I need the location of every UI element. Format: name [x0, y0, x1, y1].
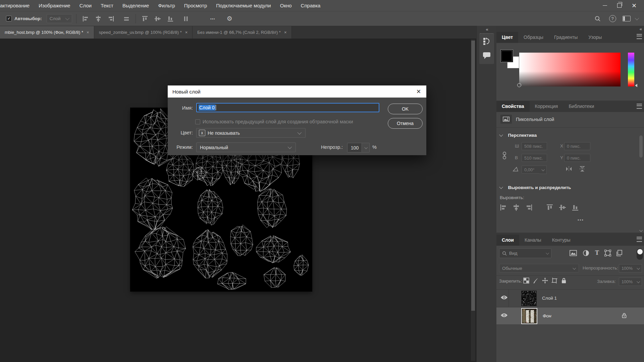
auto-select-target-dropdown[interactable]: Слой	[47, 14, 72, 23]
history-panel-icon[interactable]	[479, 34, 494, 49]
close-icon[interactable]: ✕	[632, 3, 637, 9]
align-section-header[interactable]: Выровнять и распределить	[500, 184, 571, 190]
menu-item-view[interactable]: Просмотр	[184, 3, 207, 8]
align-vertical-centers-icon[interactable]	[153, 14, 163, 24]
scroll-down-icon[interactable]	[639, 229, 643, 232]
filter-shape-layers-icon[interactable]	[604, 250, 611, 258]
layers-opacity-stepper[interactable]	[635, 264, 642, 273]
tab-gradients[interactable]: Градиенты	[549, 32, 583, 43]
scrollbar-thumb[interactable]	[471, 41, 475, 311]
layer-row-2-selected[interactable]: Фон	[496, 307, 644, 324]
align-left-edges-icon[interactable]	[80, 14, 91, 24]
link-dimensions-icon[interactable]	[502, 152, 507, 161]
color-picker-ring[interactable]	[517, 83, 521, 87]
filter-toggle[interactable]	[637, 248, 643, 260]
menu-item-image[interactable]: Изображение	[39, 3, 70, 8]
document-tab-2[interactable]: speed_zombie_uv.bmp @ 100% (RGB/8) * ×	[94, 26, 193, 39]
layer-row-1[interactable]: Слой 1	[496, 290, 644, 307]
flip-horizontal-icon[interactable]	[565, 166, 573, 174]
gear-icon[interactable]: ⚙	[224, 14, 234, 24]
height-field[interactable]: 510 пикс.	[522, 154, 547, 162]
document-tab-3[interactable]: Без имени-1 @ 66,7% (Слой 2, RGB/8#) * ×	[193, 26, 291, 39]
x-field[interactable]: 0 пикс.	[564, 142, 590, 150]
hue-bar[interactable]	[628, 53, 634, 86]
minimize-icon[interactable]	[603, 5, 607, 6]
layer-name-input[interactable]: Слой 0	[196, 103, 379, 112]
dialog-close-icon[interactable]: ✕	[415, 88, 422, 95]
tab-paths[interactable]: Контуры	[547, 235, 576, 246]
align-horizontal-centers-icon[interactable]	[513, 204, 520, 213]
close-tab-icon[interactable]: ×	[185, 30, 188, 35]
flip-vertical-icon[interactable]	[579, 166, 586, 174]
ok-button[interactable]: OK	[388, 104, 423, 114]
layer-thumbnail[interactable]	[521, 291, 537, 306]
layers-opacity-value[interactable]: 100%	[619, 264, 635, 273]
width-field[interactable]: 508 пикс.	[522, 142, 547, 150]
layer-thumbnail[interactable]	[521, 308, 537, 324]
filter-smart-objects-icon[interactable]	[616, 250, 623, 258]
fill-stepper[interactable]	[635, 278, 642, 286]
auto-select-checkbox[interactable]: ✓	[6, 16, 12, 21]
panel-menu-icon[interactable]	[637, 237, 642, 242]
document-tab-1[interactable]: mbie_host.bmp @ 100% (Фон, RGB/8) * ×	[0, 26, 94, 39]
lock-transparency-icon[interactable]	[523, 278, 529, 285]
lock-position-icon[interactable]	[542, 278, 548, 285]
align-right-edges-icon[interactable]	[525, 204, 533, 213]
align-horizontal-centers-icon[interactable]	[93, 14, 103, 24]
more-options-icon[interactable]: •••	[578, 218, 584, 223]
close-tab-icon[interactable]: ×	[87, 30, 89, 35]
align-bottom-edges-icon[interactable]	[165, 14, 175, 24]
menu-item-filter[interactable]: Фильтр	[158, 3, 175, 8]
panel-menu-icon[interactable]	[637, 34, 642, 39]
opacity-input[interactable]: 100	[347, 143, 362, 153]
cancel-button[interactable]: Отмена	[388, 118, 423, 129]
filter-pixel-layers-icon[interactable]	[570, 250, 577, 257]
angle-dropdown[interactable]	[539, 166, 547, 174]
tab-patterns[interactable]: Узоры	[583, 32, 607, 43]
distribute-horizontal-icon[interactable]	[121, 14, 131, 24]
visibility-eye-icon[interactable]	[500, 295, 508, 301]
panel-menu-icon[interactable]	[637, 104, 642, 109]
tab-libraries[interactable]: Библиотеки	[563, 101, 599, 112]
tab-layers[interactable]: Слои	[496, 235, 519, 246]
layer-filter-search[interactable]: Вид	[499, 248, 551, 258]
dialog-title-bar[interactable]: Новый слой	[168, 85, 426, 98]
restore-icon[interactable]	[617, 3, 622, 8]
angle-field[interactable]: 0,00°	[522, 166, 542, 174]
chevron-down-icon[interactable]	[635, 16, 639, 20]
menu-item-edit[interactable]: актирование	[0, 3, 30, 8]
filter-adjustment-layers-icon[interactable]	[583, 250, 589, 258]
search-icon[interactable]	[593, 14, 603, 24]
color-gradient-box[interactable]	[519, 53, 621, 86]
layer-color-dropdown[interactable]: X Не показывать	[196, 128, 306, 138]
close-tab-icon[interactable]: ×	[284, 30, 287, 35]
tab-swatches[interactable]: Образцы	[518, 32, 549, 43]
layer-name[interactable]: Фон	[543, 313, 551, 318]
help-icon[interactable]: ?	[607, 14, 618, 24]
tab-adjustments[interactable]: Коррекция	[530, 101, 564, 112]
lock-artboard-icon[interactable]	[551, 278, 557, 285]
canvas-vertical-scrollbar[interactable]	[471, 39, 475, 361]
comment-panel-icon[interactable]	[479, 49, 494, 63]
menu-item-layers[interactable]: Слои	[79, 3, 92, 8]
collapse-dock-button[interactable]: «	[477, 26, 497, 33]
more-options-icon[interactable]: •••	[210, 17, 215, 21]
blend-mode-dropdown[interactable]: Нормальный	[196, 142, 296, 152]
align-left-edges-icon[interactable]	[500, 204, 507, 213]
menu-item-window[interactable]: Окно	[280, 3, 292, 8]
lock-all-icon[interactable]	[561, 278, 567, 285]
layer-name[interactable]: Слой 1	[542, 296, 557, 301]
tab-properties[interactable]: Свойства	[496, 101, 530, 112]
scrollbar-thumb[interactable]	[639, 135, 643, 158]
transform-section-header[interactable]: Перспектива	[500, 132, 537, 138]
distribute-vertical-icon[interactable]	[181, 14, 191, 24]
align-top-edges-icon[interactable]	[546, 204, 553, 213]
y-field[interactable]: 0 пикс.	[564, 154, 590, 162]
workspace-icon[interactable]	[622, 14, 632, 24]
tab-channels[interactable]: Каналы	[519, 235, 547, 246]
tab-color[interactable]: Цвет	[496, 32, 518, 43]
align-right-edges-icon[interactable]	[106, 14, 116, 24]
menu-item-help[interactable]: Справка	[301, 3, 321, 8]
hue-marker[interactable]	[635, 84, 637, 87]
align-bottom-edges-icon[interactable]	[572, 204, 579, 213]
